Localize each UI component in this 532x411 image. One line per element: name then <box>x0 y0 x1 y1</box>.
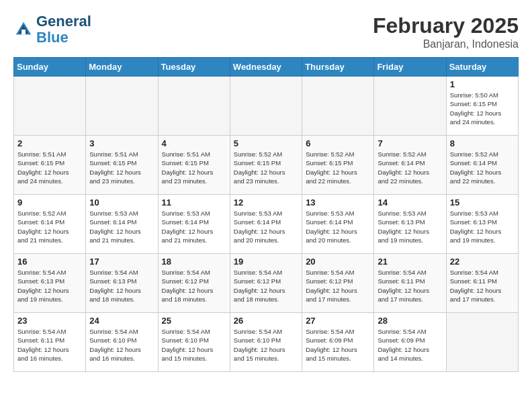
logo: General Blue <box>13 13 91 46</box>
day-info: Sunrise: 5:51 AM Sunset: 6:15 PM Dayligh… <box>89 150 154 185</box>
day-info: Sunrise: 5:51 AM Sunset: 6:15 PM Dayligh… <box>162 150 226 185</box>
day-info: Sunrise: 5:53 AM Sunset: 6:14 PM Dayligh… <box>306 209 370 244</box>
calendar-week-row: 9Sunrise: 5:52 AM Sunset: 6:14 PM Daylig… <box>14 195 519 254</box>
day-info: Sunrise: 5:53 AM Sunset: 6:14 PM Dayligh… <box>234 209 298 244</box>
calendar-cell: 26Sunrise: 5:54 AM Sunset: 6:10 PM Dayli… <box>230 313 302 372</box>
calendar-cell: 27Sunrise: 5:54 AM Sunset: 6:09 PM Dayli… <box>302 313 374 372</box>
day-info: Sunrise: 5:54 AM Sunset: 6:10 PM Dayligh… <box>89 327 154 363</box>
day-info: Sunrise: 5:54 AM Sunset: 6:11 PM Dayligh… <box>378 268 442 304</box>
calendar-cell: 17Sunrise: 5:54 AM Sunset: 6:13 PM Dayli… <box>86 254 158 313</box>
day-info: Sunrise: 5:54 AM Sunset: 6:12 PM Dayligh… <box>162 268 226 304</box>
weekday-header: Sunday <box>14 58 86 77</box>
day-number: 8 <box>450 138 515 148</box>
calendar-cell: 7Sunrise: 5:52 AM Sunset: 6:14 PM Daylig… <box>374 136 446 195</box>
calendar-cell: 4Sunrise: 5:51 AM Sunset: 6:15 PM Daylig… <box>158 136 230 195</box>
title-block: February 2025 Banjaran, Indonesia <box>373 13 519 50</box>
day-number: 11 <box>162 197 226 208</box>
weekday-header: Monday <box>86 58 158 77</box>
day-info: Sunrise: 5:53 AM Sunset: 6:14 PM Dayligh… <box>89 209 154 244</box>
day-number: 18 <box>162 257 226 267</box>
calendar-cell: 1Sunrise: 5:50 AM Sunset: 6:15 PM Daylig… <box>446 77 518 136</box>
day-info: Sunrise: 5:54 AM Sunset: 6:12 PM Dayligh… <box>234 268 298 304</box>
day-number: 4 <box>162 138 226 148</box>
day-number: 21 <box>378 257 442 267</box>
calendar-cell: 18Sunrise: 5:54 AM Sunset: 6:12 PM Dayli… <box>158 254 230 313</box>
calendar-cell: 13Sunrise: 5:53 AM Sunset: 6:14 PM Dayli… <box>302 195 374 254</box>
day-number: 24 <box>89 316 154 326</box>
month-year: February 2025 <box>373 13 519 38</box>
calendar-table: SundayMondayTuesdayWednesdayThursdayFrid… <box>13 57 519 372</box>
day-info: Sunrise: 5:54 AM Sunset: 6:13 PM Dayligh… <box>17 268 82 304</box>
day-number: 7 <box>378 138 442 148</box>
day-number: 13 <box>306 197 370 208</box>
day-number: 25 <box>162 316 226 326</box>
weekday-header: Wednesday <box>230 58 302 77</box>
day-number: 19 <box>234 257 298 267</box>
calendar-cell: 25Sunrise: 5:54 AM Sunset: 6:10 PM Dayli… <box>158 313 230 372</box>
day-info: Sunrise: 5:53 AM Sunset: 6:13 PM Dayligh… <box>378 209 442 244</box>
day-number: 23 <box>17 316 82 326</box>
day-number: 6 <box>306 138 370 148</box>
weekday-header: Tuesday <box>158 58 230 77</box>
day-info: Sunrise: 5:53 AM Sunset: 6:13 PM Dayligh… <box>450 209 515 244</box>
page-header: General Blue February 2025 Banjaran, Ind… <box>13 13 519 50</box>
calendar-cell <box>230 77 302 136</box>
calendar-cell: 14Sunrise: 5:53 AM Sunset: 6:13 PM Dayli… <box>374 195 446 254</box>
calendar-cell: 9Sunrise: 5:52 AM Sunset: 6:14 PM Daylig… <box>14 195 86 254</box>
day-number: 12 <box>234 197 298 208</box>
calendar-cell <box>86 77 158 136</box>
calendar-cell: 3Sunrise: 5:51 AM Sunset: 6:15 PM Daylig… <box>86 136 158 195</box>
day-number: 16 <box>17 257 82 267</box>
calendar-cell: 5Sunrise: 5:52 AM Sunset: 6:15 PM Daylig… <box>230 136 302 195</box>
location: Banjaran, Indonesia <box>373 38 519 50</box>
calendar-cell: 15Sunrise: 5:53 AM Sunset: 6:13 PM Dayli… <box>446 195 518 254</box>
calendar-cell: 21Sunrise: 5:54 AM Sunset: 6:11 PM Dayli… <box>374 254 446 313</box>
calendar-cell: 28Sunrise: 5:54 AM Sunset: 6:09 PM Dayli… <box>374 313 446 372</box>
calendar-cell: 16Sunrise: 5:54 AM Sunset: 6:13 PM Dayli… <box>14 254 86 313</box>
day-info: Sunrise: 5:54 AM Sunset: 6:11 PM Dayligh… <box>450 268 515 304</box>
weekday-header: Saturday <box>446 58 518 77</box>
day-info: Sunrise: 5:52 AM Sunset: 6:14 PM Dayligh… <box>17 209 82 244</box>
day-info: Sunrise: 5:54 AM Sunset: 6:09 PM Dayligh… <box>378 327 442 363</box>
day-number: 14 <box>378 197 442 208</box>
calendar-cell: 19Sunrise: 5:54 AM Sunset: 6:12 PM Dayli… <box>230 254 302 313</box>
day-info: Sunrise: 5:54 AM Sunset: 6:09 PM Dayligh… <box>306 327 370 363</box>
calendar-week-row: 23Sunrise: 5:54 AM Sunset: 6:11 PM Dayli… <box>14 313 519 372</box>
day-info: Sunrise: 5:54 AM Sunset: 6:10 PM Dayligh… <box>234 327 298 363</box>
calendar-cell: 2Sunrise: 5:51 AM Sunset: 6:15 PM Daylig… <box>14 136 86 195</box>
calendar-cell <box>302 77 374 136</box>
logo-icon <box>13 19 34 40</box>
day-number: 3 <box>89 138 154 148</box>
calendar-cell: 22Sunrise: 5:54 AM Sunset: 6:11 PM Dayli… <box>446 254 518 313</box>
day-number: 15 <box>450 197 515 208</box>
day-info: Sunrise: 5:52 AM Sunset: 6:15 PM Dayligh… <box>234 150 298 185</box>
day-number: 28 <box>378 316 442 326</box>
day-info: Sunrise: 5:53 AM Sunset: 6:14 PM Dayligh… <box>162 209 226 244</box>
day-number: 5 <box>234 138 298 148</box>
weekday-header-row: SundayMondayTuesdayWednesdayThursdayFrid… <box>14 58 519 77</box>
day-number: 26 <box>234 316 298 326</box>
day-number: 1 <box>450 79 515 89</box>
day-number: 17 <box>89 257 154 267</box>
calendar-week-row: 1Sunrise: 5:50 AM Sunset: 6:15 PM Daylig… <box>14 77 519 136</box>
calendar-cell <box>374 77 446 136</box>
calendar-cell <box>158 77 230 136</box>
logo-text: General Blue <box>36 13 91 46</box>
calendar-cell: 6Sunrise: 5:52 AM Sunset: 6:15 PM Daylig… <box>302 136 374 195</box>
calendar-cell <box>446 313 518 372</box>
day-info: Sunrise: 5:52 AM Sunset: 6:14 PM Dayligh… <box>378 150 442 185</box>
day-number: 9 <box>17 197 82 208</box>
day-number: 27 <box>306 316 370 326</box>
day-number: 2 <box>17 138 82 148</box>
day-info: Sunrise: 5:52 AM Sunset: 6:14 PM Dayligh… <box>450 150 515 185</box>
day-info: Sunrise: 5:52 AM Sunset: 6:15 PM Dayligh… <box>306 150 370 185</box>
day-info: Sunrise: 5:54 AM Sunset: 6:13 PM Dayligh… <box>89 268 154 304</box>
calendar-cell: 23Sunrise: 5:54 AM Sunset: 6:11 PM Dayli… <box>14 313 86 372</box>
day-number: 22 <box>450 257 515 267</box>
day-info: Sunrise: 5:51 AM Sunset: 6:15 PM Dayligh… <box>17 150 82 185</box>
day-info: Sunrise: 5:54 AM Sunset: 6:11 PM Dayligh… <box>17 327 82 363</box>
calendar-cell: 20Sunrise: 5:54 AM Sunset: 6:12 PM Dayli… <box>302 254 374 313</box>
day-info: Sunrise: 5:54 AM Sunset: 6:10 PM Dayligh… <box>162 327 226 363</box>
day-info: Sunrise: 5:54 AM Sunset: 6:12 PM Dayligh… <box>306 268 370 304</box>
calendar-week-row: 16Sunrise: 5:54 AM Sunset: 6:13 PM Dayli… <box>14 254 519 313</box>
